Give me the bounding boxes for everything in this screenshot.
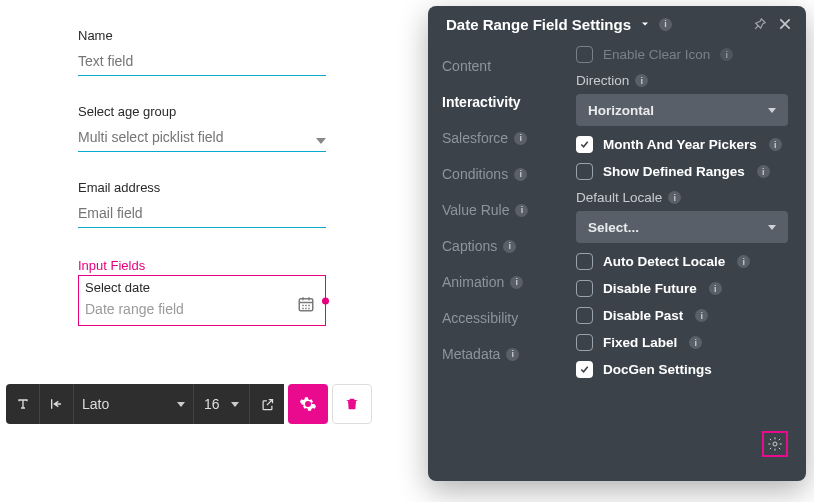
info-icon: i (515, 204, 528, 217)
email-label: Email address (78, 180, 326, 195)
tab-metadata[interactable]: Metadatai (442, 336, 568, 372)
checkbox-unchecked[interactable] (576, 46, 593, 63)
info-icon: i (769, 138, 782, 151)
selected-date-field[interactable]: Select date Date range field (78, 275, 326, 326)
pin-icon[interactable] (750, 15, 768, 33)
info-icon: i (720, 48, 733, 61)
direction-label: Directioni (576, 73, 788, 88)
checkbox-unchecked[interactable] (576, 163, 593, 180)
email-input[interactable] (78, 201, 326, 228)
chevron-down-icon (768, 225, 776, 230)
checkbox-unchecked[interactable] (576, 253, 593, 270)
default-locale-select[interactable]: Select... (576, 211, 788, 243)
toolbar-dark-group: Lato 16 (6, 384, 284, 424)
name-field-block: Name (78, 28, 326, 76)
tab-content[interactable]: Content (442, 48, 568, 84)
calendar-icon[interactable] (297, 295, 315, 317)
auto-detect-locale-row[interactable]: Auto Detect Locale i (576, 253, 788, 270)
info-icon: i (737, 255, 750, 268)
form-canvas: Name Select age group Email address Inpu… (0, 0, 430, 326)
resize-handle[interactable] (322, 297, 329, 304)
info-icon: i (506, 348, 519, 361)
direction-select[interactable]: Horizontal (576, 94, 788, 126)
text-tool-button[interactable] (6, 384, 40, 424)
info-icon: i (695, 309, 708, 322)
info-icon: i (709, 282, 722, 295)
settings-button[interactable] (288, 384, 328, 424)
docgen-settings-row[interactable]: DocGen Settings (576, 361, 788, 378)
chevron-down-icon (231, 402, 239, 407)
chevron-down-icon[interactable] (639, 16, 651, 33)
date-placeholder: Date range field (85, 301, 319, 317)
default-locale-label: Default Localei (576, 190, 788, 205)
tab-accessibility[interactable]: Accessibility (442, 300, 568, 336)
tab-salesforce[interactable]: Salesforcei (442, 120, 568, 156)
chevron-down-icon (177, 402, 185, 407)
info-icon: i (514, 132, 527, 145)
show-defined-ranges-row[interactable]: Show Defined Ranges i (576, 163, 788, 180)
input-fields-badge: Input Fields (78, 258, 430, 273)
enable-clear-icon-row[interactable]: Enable Clear Icon i (576, 46, 788, 63)
disable-future-row[interactable]: Disable Future i (576, 280, 788, 297)
chevron-down-icon (768, 108, 776, 113)
svg-point-1 (773, 442, 777, 446)
checkbox-unchecked[interactable] (576, 334, 593, 351)
tab-conditions[interactable]: Conditionsi (442, 156, 568, 192)
properties-pane: Enable Clear Icon i Directioni Horizonta… (568, 42, 806, 481)
checkbox-unchecked[interactable] (576, 307, 593, 324)
close-icon[interactable] (776, 15, 794, 33)
age-select[interactable] (78, 125, 326, 152)
font-family-select[interactable]: Lato (74, 384, 194, 424)
info-icon[interactable]: i (659, 18, 672, 31)
checkbox-unchecked[interactable] (576, 280, 593, 297)
checkbox-checked[interactable] (576, 136, 593, 153)
info-icon: i (510, 276, 523, 289)
name-input[interactable] (78, 49, 326, 76)
formatting-toolbar: Lato 16 (6, 384, 372, 424)
font-size-select[interactable]: 16 (194, 384, 250, 424)
tab-interactivity[interactable]: Interactivity (442, 84, 568, 120)
tab-animation[interactable]: Animationi (442, 264, 568, 300)
email-field-block: Email address (78, 180, 326, 228)
age-label: Select age group (78, 104, 326, 119)
delete-button[interactable] (332, 384, 372, 424)
tab-captions[interactable]: Captionsi (442, 228, 568, 264)
fixed-label-row[interactable]: Fixed Label i (576, 334, 788, 351)
disable-past-row[interactable]: Disable Past i (576, 307, 788, 324)
align-left-button[interactable] (40, 384, 74, 424)
age-field-block: Select age group (78, 104, 326, 152)
month-year-pickers-row[interactable]: Month And Year Pickers i (576, 136, 788, 153)
panel-title: Date Range Field Settings (446, 16, 631, 33)
panel-header: Date Range Field Settings i (428, 6, 806, 42)
info-icon: i (668, 191, 681, 204)
info-icon: i (503, 240, 516, 253)
docgen-settings-gear-button[interactable] (762, 431, 788, 457)
date-label: Select date (85, 280, 319, 295)
settings-panel: Date Range Field Settings i Content Inte… (428, 6, 806, 481)
info-icon: i (757, 165, 770, 178)
checkbox-checked[interactable] (576, 361, 593, 378)
name-label: Name (78, 28, 326, 43)
tab-value-rule[interactable]: Value Rulei (442, 192, 568, 228)
open-external-button[interactable] (250, 384, 284, 424)
info-icon: i (689, 336, 702, 349)
font-size-value: 16 (204, 396, 220, 412)
info-icon: i (635, 74, 648, 87)
info-icon: i (514, 168, 527, 181)
settings-tabs: Content Interactivity Salesforcei Condit… (428, 42, 568, 481)
chevron-down-icon[interactable] (316, 138, 326, 144)
font-family-value: Lato (82, 396, 109, 412)
